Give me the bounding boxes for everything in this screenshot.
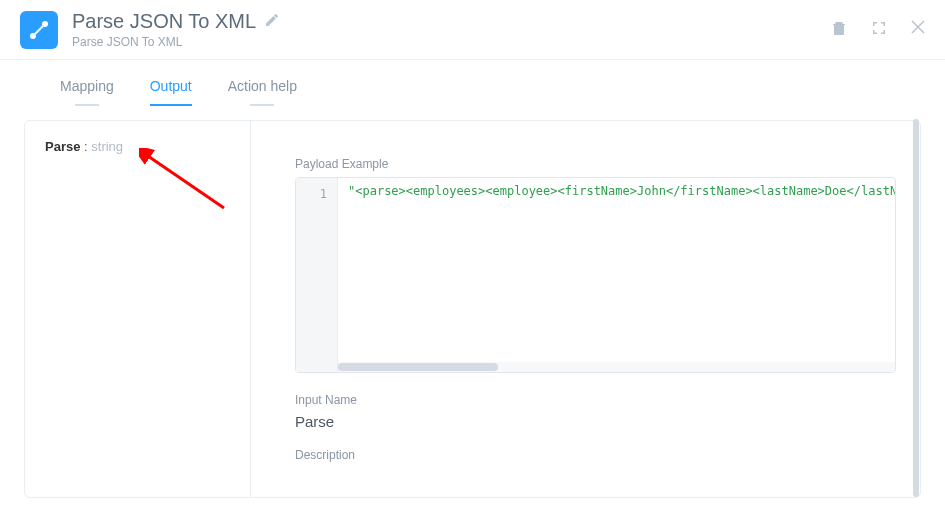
outer-vertical-scrollbar[interactable]	[913, 119, 919, 497]
parse-colon: :	[80, 139, 91, 154]
page-subtitle: Parse JSON To XML	[72, 35, 831, 49]
action-icon	[20, 11, 58, 49]
svg-line-2	[35, 26, 43, 34]
input-name-value: Parse	[295, 413, 896, 430]
tab-output[interactable]: Output	[150, 78, 192, 106]
header-actions	[831, 20, 925, 39]
page-title: Parse JSON To XML	[72, 10, 256, 33]
tab-mapping[interactable]: Mapping	[60, 78, 114, 106]
tab-action-help-label: Action help	[228, 78, 297, 94]
expand-icon[interactable]	[871, 20, 887, 39]
right-panel: Payload Example 1 "<parse><employees><em…	[251, 121, 920, 497]
code-gutter: 1	[296, 178, 338, 372]
tab-output-label: Output	[150, 78, 192, 94]
header: Parse JSON To XML Parse JSON To XML	[0, 0, 945, 60]
input-name-label: Input Name	[295, 393, 896, 407]
description-block: Description	[295, 448, 896, 462]
parse-field-type: string	[91, 139, 123, 154]
card: Parse : string Payload Example 1 "<parse…	[24, 120, 921, 498]
content: Parse : string Payload Example 1 "<parse…	[0, 106, 945, 515]
parse-field-name: Parse	[45, 139, 80, 154]
title-block: Parse JSON To XML Parse JSON To XML	[72, 10, 831, 49]
input-name-block: Input Name Parse	[295, 393, 896, 430]
parse-field: Parse : string	[45, 139, 230, 154]
horizontal-scrollbar-thumb[interactable]	[338, 363, 498, 371]
code-content: "<parse><employees><employee><firstName>…	[338, 178, 895, 372]
description-label: Description	[295, 448, 896, 462]
line-number: 1	[296, 184, 337, 204]
payload-example-label: Payload Example	[295, 157, 896, 171]
tab-mapping-label: Mapping	[60, 78, 114, 94]
tab-action-help[interactable]: Action help	[228, 78, 297, 106]
close-icon[interactable]	[911, 20, 925, 39]
left-panel: Parse : string	[25, 121, 251, 497]
tabs: Mapping Output Action help	[0, 60, 945, 106]
payload-code-box[interactable]: 1 "<parse><employees><employee><firstNam…	[295, 177, 896, 373]
edit-icon[interactable]	[264, 12, 280, 31]
horizontal-scrollbar[interactable]	[338, 362, 895, 372]
trash-icon[interactable]	[831, 20, 847, 39]
connector-icon	[28, 19, 50, 41]
